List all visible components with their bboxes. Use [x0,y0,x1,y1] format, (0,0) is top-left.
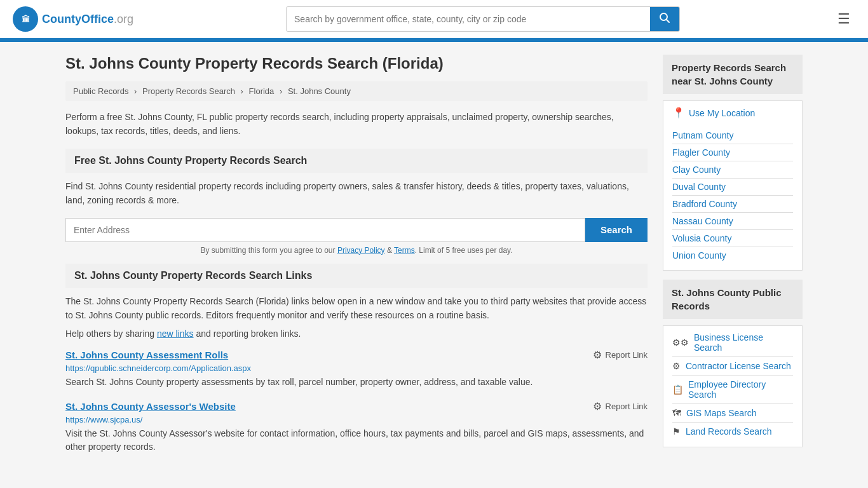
links-section-title-box: St. Johns County Property Records Search… [65,264,648,288]
county-link-union[interactable]: Union County [672,250,726,261]
page-description: Perform a free St. Johns County, FL publ… [65,110,648,139]
record-link-header-2: St. Johns County Assessor's Website ⚙ Re… [65,400,648,412]
location-pin-icon: 📍 [672,107,685,119]
hamburger-menu-button[interactable]: ☰ [832,8,855,30]
list-item: Nassau County [672,213,793,230]
record-link-desc-2: Visit the St. Johns County Assessor's we… [65,427,648,454]
book-icon: 📋 [672,384,683,395]
breadcrumb: Public Records › Property Records Search… [65,81,648,101]
record-link-item: St. Johns County Assessment Rolls ⚙ Repo… [65,349,648,389]
record-link-url-1[interactable]: https://qpublic.schneidercorp.com/Applic… [65,363,648,373]
use-my-location-link[interactable]: 📍 Use My Location [672,104,793,122]
terms-link[interactable]: Terms [394,246,415,255]
record-links-list: St. Johns County Assessment Rolls ⚙ Repo… [65,349,648,454]
county-link-clay[interactable]: Clay County [672,165,721,175]
search-button[interactable]: Search [585,218,648,242]
links-section-title: St. Johns County Property Records Search… [74,270,639,281]
contractor-license-search-link[interactable]: Contractor License Search [686,361,791,371]
gear-icon: ⚙⚙ [672,337,689,348]
privacy-policy-link[interactable]: Privacy Policy [337,246,385,255]
list-item: Clay County [672,161,793,179]
header-search-container [286,6,680,32]
sidebar: Property Records Search near St. Johns C… [663,55,803,465]
address-input[interactable] [65,218,585,242]
wrench-icon-2: ⚙ [593,400,602,412]
header-search-input[interactable] [287,9,650,29]
new-links-link[interactable]: new links [157,329,194,339]
list-item: Volusia County [672,230,793,247]
gear-small-icon: ⚙ [672,361,681,371]
county-link-nassau[interactable]: Nassau County [672,216,733,226]
logo-text: CountyOffice.org [42,13,133,26]
report-link-button-2[interactable]: ⚙ Report Link [593,400,648,412]
address-search-form: Search [65,218,648,242]
employee-directory-search-link[interactable]: Employee Directory Search [688,379,793,400]
record-link-header: St. Johns County Assessment Rolls ⚙ Repo… [65,349,648,361]
svg-line-3 [667,20,670,23]
sidebar-nearby-section: Property Records Search near St. Johns C… [663,55,803,94]
help-text: Help others by sharing new links and rep… [65,329,648,339]
breadcrumb-link-property-records[interactable]: Property Records Search [142,86,235,96]
sidebar-public-records-title: St. Johns County Public Records [672,286,794,313]
county-link-duval[interactable]: Duval County [672,182,726,192]
logo-icon: 🏛 [13,6,38,32]
sidebar-county-list: Putnam County Flagler County Clay County… [672,127,793,264]
record-link-item-2: St. Johns County Assessor's Website ⚙ Re… [65,400,648,454]
list-item: Flagler County [672,144,793,161]
page-title: St. Johns County Property Records Search… [65,55,648,72]
county-link-volusia[interactable]: Volusia County [672,233,731,243]
sidebar-public-records-list: ⚙⚙ Business License Search ⚙ Contractor … [663,325,803,447]
record-link-title-2[interactable]: St. Johns County Assessor's Website [65,401,236,412]
breadcrumb-link-county[interactable]: St. Johns County [288,86,351,96]
free-search-description: Find St. Johns County residential proper… [65,179,648,208]
wrench-icon: ⚙ [593,349,602,361]
breadcrumb-link-florida[interactable]: Florida [249,86,275,96]
sidebar-nearby-title: Property Records Search near St. Johns C… [672,61,794,88]
sidebar-nearby-list-container: 📍 Use My Location Putnam County Flagler … [663,100,803,271]
business-license-search-link[interactable]: Business License Search [694,332,793,353]
record-link-title-1[interactable]: St. Johns County Assessment Rolls [65,349,228,360]
list-item: ⚙⚙ Business License Search [672,329,793,357]
record-link-desc-1: Search St. Johns County property assessm… [65,376,648,389]
county-link-bradford[interactable]: Bradford County [672,199,737,209]
list-item: Bradford County [672,196,793,213]
header-search-button[interactable] [650,7,679,31]
site-header: 🏛 CountyOffice.org ☰ [0,0,868,40]
county-link-flagler[interactable]: Flagler County [672,147,730,158]
list-item: Putnam County [672,127,793,144]
list-item: ⚑ Land Records Search [672,423,793,440]
list-item: 📋 Employee Directory Search [672,376,793,404]
map-icon: 🗺 [672,408,681,418]
land-records-search-link[interactable]: Land Records Search [686,426,771,437]
county-link-putnam[interactable]: Putnam County [672,130,734,140]
record-link-url-2[interactable]: https://www.sjcpa.us/ [65,415,648,424]
page-wrapper: St. Johns County Property Records Search… [53,42,815,478]
list-item: 🗺 GIS Maps Search [672,404,793,423]
list-item: ⚙ Contractor License Search [672,357,793,376]
land-icon: ⚑ [672,426,681,437]
links-description: The St. Johns County Property Records Se… [65,294,648,323]
report-link-button-1[interactable]: ⚙ Report Link [593,349,648,361]
free-search-title: Free St. Johns County Property Records S… [74,155,639,166]
main-content: St. Johns County Property Records Search… [65,55,648,465]
breadcrumb-link-public-records[interactable]: Public Records [73,86,128,96]
address-search-area: Search By submitting this form you agree… [65,218,648,255]
list-item: Union County [672,247,793,264]
free-search-section-title: Free St. Johns County Property Records S… [65,149,648,173]
svg-text:🏛: 🏛 [22,15,30,24]
logo[interactable]: 🏛 CountyOffice.org [13,6,133,32]
list-item: Duval County [672,179,793,196]
gis-maps-search-link[interactable]: GIS Maps Search [686,408,757,418]
form-disclaimer: By submitting this form you agree to our… [65,246,648,255]
sidebar-public-records-section: St. Johns County Public Records [663,280,803,319]
